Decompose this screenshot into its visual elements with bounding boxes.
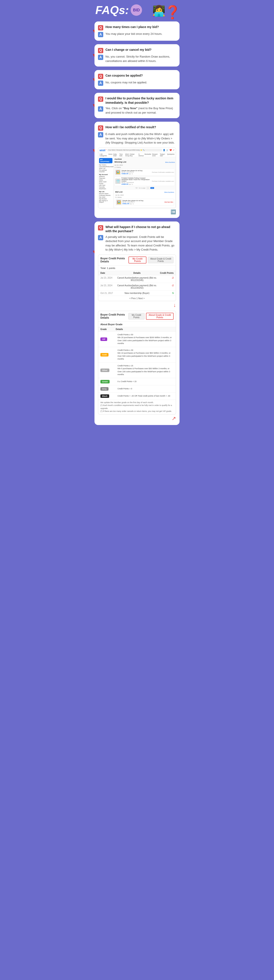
grade-row-black: Black Credit Points < -20 OR Total credi… xyxy=(98,393,176,400)
faq-item-6: ▼ Q What will happen if I choose to not … xyxy=(95,221,179,425)
wish-date-1: Jul 16, 2024 xyxy=(114,164,175,166)
wish-sidebar: MY SHOPPING My Orders Cancelled/Returned… xyxy=(98,157,114,208)
faq-item-2: ▼ Q Can I change or cancel my bid? A No,… xyxy=(95,44,179,67)
sidebar-my-list-title: My List xyxy=(99,191,112,192)
credit-pagination: < Prev 1 Next > xyxy=(98,296,176,301)
a-label-4: A xyxy=(98,107,103,111)
q-label-4: Q xyxy=(98,97,103,102)
grade-badge-gold: Gold xyxy=(100,353,109,356)
row3-date: Oct 21, 2017 xyxy=(100,292,116,294)
a-label-6: A xyxy=(98,235,103,240)
sidebar-prewished: Pre-wished Voucher xyxy=(99,169,112,172)
winning-list-title: Winning List xyxy=(114,161,126,163)
grade-details-black: Credit Points < -20 OR Total credit poin… xyxy=(116,395,174,398)
faq-question-4: I would like to purchase the lucky aucti… xyxy=(106,96,176,105)
sidebar-review: My Review xyxy=(99,198,112,200)
sidebar-my-account-title: My Account xyxy=(99,174,112,175)
credit-row-2: Jul 23, 2024 Cancel Auction(before payme… xyxy=(98,283,176,291)
faq-item-1: ▼ Q How many times can I place my bid? A… xyxy=(95,21,179,41)
sidebar-gift-card: Gift Card xyxy=(99,185,112,186)
nav-reward: Reward Zone xyxy=(152,153,159,156)
grade-badge-black-col: Black xyxy=(100,395,116,398)
nav-global: Wish+ Global Group Buy xyxy=(125,153,138,156)
more-auctions-link-2[interactable]: More Auctions xyxy=(164,191,174,193)
my-credit-points-tab[interactable]: My Credit Points xyxy=(128,256,146,264)
bid-date: Jul 16, 2024 xyxy=(115,194,174,196)
sidebar-report: My Inquiry & Report xyxy=(99,200,112,203)
page-prev-1[interactable]: ‹ 1 › xyxy=(135,187,138,189)
grade-badge-grey-col: Grey xyxy=(100,387,116,391)
sidebar-points: Points xyxy=(99,183,112,184)
faq-answer-3: No, coupons may not be applied. xyxy=(106,80,147,85)
nav-time: Time Sale xyxy=(119,153,124,156)
q-label-2: Q xyxy=(98,48,103,53)
bid-product-row: 🖼️ Sample item please do not buy Bid No.… xyxy=(115,199,174,206)
row1-details: Cancel Auction(before payment) (Bid no. … xyxy=(116,277,158,282)
nav-daily: Daily Deal xyxy=(113,153,119,156)
sidebar-my-account: My Account Address Payment News Wish Cas… xyxy=(99,174,112,189)
a-label-1: A xyxy=(98,32,103,37)
red-arrow-1: ➡️ xyxy=(98,209,176,215)
col-details-header: Details xyxy=(116,272,158,274)
col-date-header: Date xyxy=(100,272,116,274)
footnote-1: We update the member grade on the first … xyxy=(100,401,174,404)
grade-badge-green-col: Green xyxy=(100,380,116,383)
product-info-2: Portable Foldable Folding Compact Handhe… xyxy=(122,177,151,185)
row1-points: -2 xyxy=(158,277,174,282)
about-grade-tab-1[interactable]: About Grade & Credit Points xyxy=(148,257,174,263)
grade-footnote: We update the member grade on the first … xyxy=(98,400,176,414)
sidebar-wishfarm: WishFarm xyxy=(99,188,112,189)
grade-details-gold: Credit Points ≥ 30 Min 10 purchases & Pu… xyxy=(116,349,174,361)
more-auctions-link-1[interactable]: More Auctions xyxy=(165,162,175,163)
hero-section: FAQs: BID ❓ 👩‍💻 xyxy=(91,0,183,19)
grade-badge-silver: Silver xyxy=(100,369,109,372)
row2-points: -2 xyxy=(158,284,174,289)
sidebar-my-shopping: MY SHOPPING My Orders Cancelled/Returned… xyxy=(99,158,112,172)
nav-all-cat: ≡ All Categories xyxy=(99,153,107,156)
a-label-5: A xyxy=(98,132,103,137)
my-shopping-box: MY SHOPPING xyxy=(99,158,112,163)
bid-items-count: 0-1 items xyxy=(115,197,174,198)
grade-col-details-header: Details xyxy=(116,328,174,331)
grade-details-grey: Credit Points = 0 xyxy=(116,387,174,390)
faq-question-3: Can coupons be applied? xyxy=(106,73,143,78)
faq-answer-5: E-mails and push notifications (via the … xyxy=(106,132,176,145)
row1-date: Jul 23, 2024 xyxy=(100,277,116,282)
wish-icon-person: 👤 xyxy=(163,149,165,151)
grade-col-headers: Grade Details xyxy=(98,327,176,332)
credit-col-headers: Date Details Credit Points xyxy=(98,271,176,275)
wish-content: MY SHOPPING My Orders Cancelled/Returned… xyxy=(98,157,176,208)
purchase-confirmation-1: Purchase Confirmation available soon xyxy=(152,172,174,173)
q-label-6: Q xyxy=(98,225,103,231)
faq-question-1: How many times can I place my bid? xyxy=(106,25,159,29)
faq-section: ▼ Q How many times can I place my bid? A… xyxy=(91,19,183,431)
wish-icon-heart: ❤️ xyxy=(170,149,172,151)
wish-icon-share: ↗ xyxy=(173,149,175,151)
bid-list-title: Bid List xyxy=(115,191,123,193)
hero-illustration: ❓ xyxy=(164,2,181,19)
page-input-1[interactable]: 1 xyxy=(147,187,149,189)
row3-details: New membership (Buyer) xyxy=(116,292,158,294)
hero-title: FAQs: xyxy=(95,5,129,16)
go-btn-1[interactable]: GO xyxy=(151,187,154,189)
grade-col-grade-header: Grade xyxy=(100,328,116,331)
my-credit-tab-2[interactable]: My Credit Points xyxy=(128,313,145,320)
sidebar-my-orders: My Orders xyxy=(99,164,112,165)
grade-row-vip: VIP Credit Points ≥ 50 Min 20 purchases … xyxy=(98,332,176,347)
red-arrow-3: ↗ xyxy=(98,415,176,422)
sidebar-address: Address xyxy=(99,176,112,177)
nav-today: Today's Sale xyxy=(160,153,166,156)
grade-table-title: Buyer Credit Points Details xyxy=(100,313,127,319)
grade-row-silver: Silver Credit Points ≥ 15 Min 5 purchase… xyxy=(98,363,176,378)
bid-list-section: Bid List More Auctions Jul 16, 2024 0-1 … xyxy=(114,190,175,207)
go-to-page-1: Go to page: xyxy=(139,187,146,189)
grade-row-green: Green 0 ≤ Credit Points < 15 xyxy=(98,378,176,385)
bid-status: Did Not Win xyxy=(164,201,173,203)
wish-header: wish+ Your Wish+ Rewards: Bid from just … xyxy=(98,148,176,153)
bid-product-info: Sample item please do not buy Bid No.: 3… xyxy=(122,200,163,205)
product-price-2: US$9.00 (qty: 1) xyxy=(122,183,151,185)
about-grade-tab-2[interactable]: About Grade & Credit Points xyxy=(146,313,174,320)
red-arrow-2: ↓ xyxy=(98,302,176,308)
row2-date: Jul 23, 2024 xyxy=(100,284,116,289)
grade-badge-gold-col: Gold xyxy=(100,353,116,356)
